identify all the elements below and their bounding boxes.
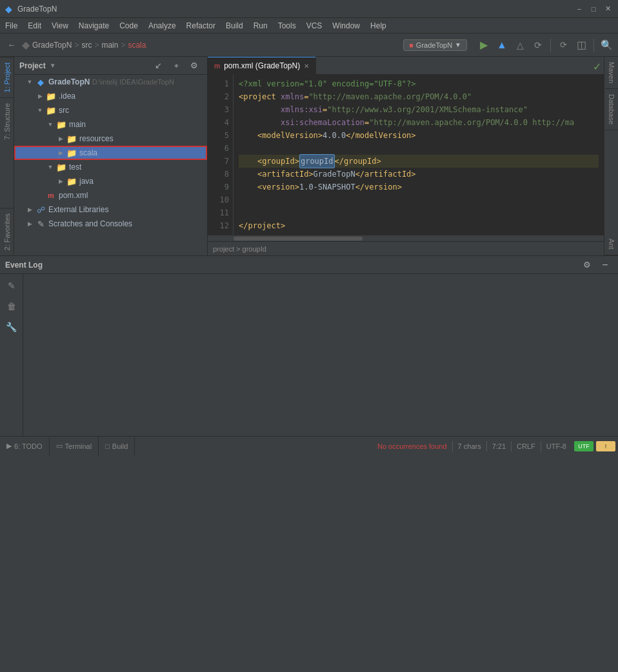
collapse-all-button[interactable]: ↙	[150, 58, 166, 74]
window-controls[interactable]: − □ ✕	[574, 4, 613, 14]
breadcrumb-src[interactable]: src	[81, 41, 92, 50]
menu-tools[interactable]: Tools	[273, 18, 301, 34]
tree-item-scratches[interactable]: ▶ ✎ Scratches and Consoles	[14, 217, 207, 231]
tool-maven[interactable]: Maven	[605, 57, 618, 89]
todo-tab-icon: ▶	[6, 442, 12, 450]
delete-icon[interactable]: 🗑	[4, 299, 19, 314]
scratches-icon: ✎	[35, 218, 46, 230]
editor-panel: m pom.xml (GradeTopN) ✕ ✓ 1 2 3 4 5 6 7 …	[208, 57, 604, 255]
app-title: GradeTopN	[17, 5, 57, 14]
no-occurrences-text: No occurrences found	[372, 442, 452, 450]
back-button[interactable]: ←	[4, 37, 19, 53]
scroll-to-source-button[interactable]: ⌖	[168, 58, 184, 74]
tree-item-pom[interactable]: m pom.xml	[14, 188, 207, 203]
tree-item-src[interactable]: ▼ 📁 src	[14, 103, 207, 117]
tree-item-ext-libs[interactable]: ▶ ☍ External Libraries	[14, 203, 207, 217]
status-area: ▶ 6: TODO ▭ Terminal □ Build No occurren…	[0, 436, 618, 455]
tab-todo[interactable]: ▶ 6: TODO	[0, 437, 50, 455]
bottom-panel-actions: ⚙ −	[579, 257, 613, 273]
h-scrollbar-thumb[interactable]	[234, 237, 363, 241]
close-button[interactable]: ✕	[603, 4, 613, 14]
tool-favorites[interactable]: 2: Favorites	[0, 208, 14, 255]
tree-item-test[interactable]: ▼ 📁 test	[14, 160, 207, 174]
layout-button[interactable]: ◫	[573, 37, 589, 53]
wrench-icon[interactable]: 🔧	[4, 319, 19, 335]
menu-window[interactable]: Window	[327, 18, 365, 34]
ext-libs-icon: ☍	[35, 204, 46, 215]
bottom-panel-log	[23, 274, 618, 436]
maximize-button[interactable]: □	[588, 4, 599, 14]
breadcrumb-bar: ← ◆ GradeTopN > src > main > scala	[4, 37, 201, 53]
resources-folder-icon: 📁	[66, 133, 77, 144]
sync-button[interactable]: ⟳	[555, 37, 571, 53]
tool-database[interactable]: Database	[605, 89, 618, 130]
tree-item-gradeTopN[interactable]: ▼ ◆ GradeTopN D:\intelij IDEA\GradeTopN	[14, 75, 207, 89]
menu-analyze[interactable]: Analyze	[143, 18, 181, 34]
tab-pom-icon: m	[214, 62, 220, 70]
menu-help[interactable]: Help	[365, 18, 392, 34]
java-folder-icon: 📁	[66, 175, 77, 187]
scala-folder-icon: 📁	[66, 147, 77, 159]
title-bar: ◆ GradeTopN − □ ✕	[0, 0, 618, 18]
bottom-tabs-bar: ▶ 6: TODO ▭ Terminal □ Build No occurren…	[0, 437, 618, 455]
sidebar-settings-button[interactable]: ⚙	[186, 58, 202, 74]
code-line-3: xmlns:xsi="http://www.w3.org/2001/XMLSch…	[239, 103, 599, 116]
breadcrumb-project[interactable]: GradeTopN	[32, 41, 72, 50]
editor-area: 1 2 3 4 5 6 7 8 9 10 11 12 <?xml version…	[208, 75, 604, 235]
bottom-panel-settings-button[interactable]: ⚙	[579, 257, 595, 273]
search-everywhere[interactable]: 🔍	[599, 37, 614, 53]
tab-build[interactable]: □ Build	[99, 437, 135, 455]
code-editor[interactable]: <?xml version="1.0" encoding="UTF-8"?> <…	[234, 75, 604, 235]
editor-tabs: m pom.xml (GradeTopN) ✕ ✓	[208, 57, 604, 75]
menu-code[interactable]: Code	[114, 18, 143, 34]
run-button[interactable]: ▶	[476, 37, 492, 53]
pom-file-icon: m	[45, 190, 57, 201]
bottom-panel-close-button[interactable]: −	[597, 257, 613, 273]
tree-item-scala[interactable]: ▶ 📁 scala	[14, 146, 207, 160]
sidebar: Project ▼ ↙ ⌖ ⚙ ▼ ◆ GradeTopN D:\intelij…	[14, 57, 208, 255]
h-scrollbar[interactable]	[208, 235, 604, 241]
menu-view[interactable]: View	[46, 18, 74, 34]
profile-button[interactable]: ⟳	[530, 37, 546, 53]
main-folder-icon: 📁	[55, 119, 67, 130]
menu-edit[interactable]: Edit	[23, 18, 46, 34]
sidebar-content: ▼ ◆ GradeTopN D:\intelij IDEA\GradeTopN …	[14, 75, 207, 255]
bottom-panel-content: ✎ 🗑 🔧	[0, 274, 618, 436]
menu-file[interactable]: File	[0, 18, 23, 34]
menu-build[interactable]: Build	[221, 18, 248, 34]
tab-pom[interactable]: m pom.xml (GradeTopN) ✕	[208, 57, 316, 74]
tree-item-resources[interactable]: ▶ 📁 resources	[14, 132, 207, 146]
build-tab-icon: □	[105, 442, 110, 450]
minimize-button[interactable]: −	[574, 4, 584, 14]
left-tool-strip: 1: Project 7: Structure 2: Favorites	[0, 57, 14, 255]
menu-vcs[interactable]: VCS	[301, 18, 328, 34]
tool-project[interactable]: 1: Project	[0, 57, 14, 97]
idea-folder-icon: 📁	[45, 90, 57, 102]
tab-terminal[interactable]: ▭ Terminal	[50, 437, 99, 455]
terminal-tab-icon: ▭	[56, 442, 63, 450]
tab-terminal-label: Terminal	[65, 442, 92, 450]
debug-button[interactable]: ▲	[494, 37, 510, 53]
edit-icon[interactable]: ✎	[4, 278, 19, 293]
tab-close-button[interactable]: ✕	[304, 63, 309, 70]
checkmark-icon: ✓	[593, 61, 601, 72]
sidebar-actions: ↙ ⌖ ⚙	[150, 58, 202, 74]
run-config[interactable]: ■ GradeTopN ▼	[403, 39, 467, 51]
menu-run[interactable]: Run	[248, 18, 273, 34]
main-layout: 1: Project 7: Structure 2: Favorites Pro…	[0, 57, 618, 255]
encoding-badge[interactable]: UTF	[574, 441, 593, 451]
breadcrumb-main[interactable]: main	[101, 41, 118, 50]
chars-info: 7 chars	[453, 442, 486, 450]
tree-item-idea[interactable]: ▶ 📁 .idea	[14, 89, 207, 103]
tree-item-main[interactable]: ▼ 📁 main	[14, 117, 207, 132]
menu-refactor[interactable]: Refactor	[181, 18, 221, 34]
tool-structure[interactable]: 7: Structure	[0, 97, 14, 145]
coverage-button[interactable]: △	[512, 37, 528, 53]
editor-statusbar: project > groupId	[208, 241, 604, 255]
warning-badge[interactable]: !	[596, 441, 615, 451]
code-line-6	[239, 142, 599, 155]
tool-ant[interactable]: Ant	[605, 233, 618, 255]
tree-item-java[interactable]: ▶ 📁 java	[14, 174, 207, 188]
menu-navigate[interactable]: Navigate	[74, 18, 114, 34]
breadcrumb-scala[interactable]: scala	[128, 41, 146, 50]
